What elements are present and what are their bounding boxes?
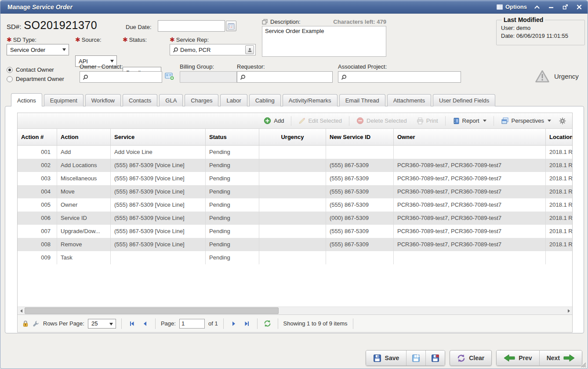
tab-contacts[interactable]: Contacts [123,94,157,106]
wrench-icon[interactable] [33,320,40,327]
table-row[interactable]: 004Move(555) 867-5309 [Voice Line]Pendin… [18,185,572,198]
service-rep-value: Demo, PCR [180,47,211,53]
column-header-action[interactable]: Action [57,129,111,145]
save-floppy-icon [373,354,381,362]
radio-selected-icon [7,67,13,73]
last-page-button[interactable] [242,319,252,329]
column-header-urgency[interactable]: Urgency [259,129,326,145]
column-header-service[interactable]: Service [111,129,206,145]
tab-equipment[interactable]: Equipment [44,94,83,106]
cell-action: Service ID [57,212,111,225]
tab-attachments[interactable]: Attachments [387,94,431,106]
horizontal-scrollbar[interactable] [18,307,572,314]
perspectives-button[interactable]: Perspectives [497,116,555,126]
minimize-button[interactable] [547,4,555,11]
save-button[interactable]: Save [366,351,407,365]
table-row[interactable]: 003Miscellaneous(555) 867-5309 [Voice Li… [18,172,572,185]
clear-button[interactable]: Clear [450,350,492,366]
tab-charges[interactable]: Charges [185,94,218,106]
scrollbar-track[interactable] [25,307,565,314]
scroll-left-button[interactable] [18,307,25,314]
rows-per-page-select[interactable]: 25 [88,319,116,329]
previous-page-button[interactable] [140,319,150,329]
cell-action: 001 [18,146,57,159]
edit-selected-button[interactable]: Edit Selected [295,116,345,126]
prev-button[interactable]: Prev [497,351,539,365]
column-header-status[interactable]: Status [206,129,259,145]
due-date-calendar-button[interactable] [226,21,236,31]
table-row[interactable]: 006Service ID(555) 867-5309 [Voice Line]… [18,212,572,225]
description-popout-button[interactable] [262,19,268,25]
resize-grip[interactable] [580,362,586,368]
print-button[interactable]: Print [413,116,442,126]
tab-gla[interactable]: GLA [159,94,183,106]
cell-service: (555) 867-5309 [Voice Line] [111,172,206,185]
close-button[interactable] [575,4,583,11]
tab-workflow[interactable]: Workflow [85,94,121,106]
column-header-location[interactable]: Location [546,129,572,145]
owner-contact-input[interactable] [90,73,159,81]
associated-project-input[interactable] [348,73,458,81]
service-rep-contact-button[interactable] [245,45,254,54]
description-textarea[interactable] [262,26,386,57]
add-contact-button[interactable] [165,72,174,80]
requestor-input[interactable] [247,73,330,81]
scroll-right-button[interactable] [565,307,572,314]
table-row[interactable]: 009TaskPending [18,251,572,264]
actions-grid: Add Edit Selected Delete Selected [17,113,573,332]
chevron-up-icon [534,5,540,9]
delete-selected-button[interactable]: Delete Selected [353,115,410,126]
table-row[interactable]: 007Upgrade/Dow...(555) 867-5309 [Voice L… [18,225,572,238]
required-asterisk-icon: ✱ [7,36,12,43]
table-row[interactable]: 008Remove(555) 867-5309 [Voice Line]Pend… [18,238,572,251]
table-row[interactable]: 001AddAdd Voice LinePending2018.1 R [18,146,572,159]
contact-owner-radio[interactable]: Contact Owner [7,66,54,73]
urgency-label: Urgency [554,73,579,80]
department-owner-radio[interactable]: Department Owner [7,76,64,82]
tab-cabling[interactable]: Cabling [249,94,281,106]
next-button[interactable]: Next [539,351,582,365]
column-header-new-service-id[interactable]: New Service ID [326,129,394,145]
page-label: Page: [161,320,176,327]
cell-status: Pending [206,238,259,251]
refresh-button[interactable] [263,319,272,329]
tab-labor[interactable]: Labor [220,94,247,106]
popout-button[interactable] [561,4,569,11]
cell-status: Pending [206,172,259,185]
lock-icon[interactable] [22,320,29,327]
person-icon [247,47,252,52]
tab-actions[interactable]: Actions [11,93,42,106]
column-header-action[interactable]: Action # [18,129,57,145]
associated-project-field[interactable] [338,71,461,83]
tab-user-defined-fields[interactable]: User Defined Fields [433,94,495,106]
column-header-owner[interactable]: Owner [394,129,546,145]
due-date-input[interactable] [161,22,222,30]
report-button[interactable]: Report [449,116,490,126]
cell-location [546,251,572,264]
scrollbar-thumb[interactable] [25,307,279,314]
owner-contact-field[interactable] [80,71,162,83]
save-and-close-button[interactable] [425,351,445,365]
table-row[interactable]: 002Add Locations(555) 867-5309 [Voice Li… [18,159,572,172]
first-page-button[interactable] [127,319,137,329]
cell-urgency [259,198,326,212]
cell-service: (555) 867-5309 [Voice Line] [111,212,206,225]
service-rep-field[interactable]: Demo, PCR [170,44,256,55]
options-button[interactable]: Options [497,4,527,10]
requestor-field[interactable] [237,71,333,83]
grid-settings-button[interactable] [557,116,568,126]
cell-urgency [259,251,326,264]
sd-number-block: SD#: SO201921370 [7,19,97,32]
tab-activity-remarks[interactable]: Activity/Remarks [283,94,338,106]
page-number-input[interactable] [179,319,205,329]
tab-email-thread[interactable]: Email Thread [339,94,385,106]
due-date-field[interactable] [158,20,225,32]
collapse-button[interactable] [533,4,541,11]
add-button[interactable]: Add [260,115,287,126]
sd-type-select[interactable]: Service Order [7,44,69,55]
cell-status: Pending [206,146,259,159]
table-row[interactable]: 005Owner(555) 867-5309 [Voice Line]Pendi… [18,198,572,212]
next-page-button[interactable] [229,319,239,329]
cell-action: Add Locations [57,159,111,172]
save-and-new-button[interactable] [406,351,425,365]
